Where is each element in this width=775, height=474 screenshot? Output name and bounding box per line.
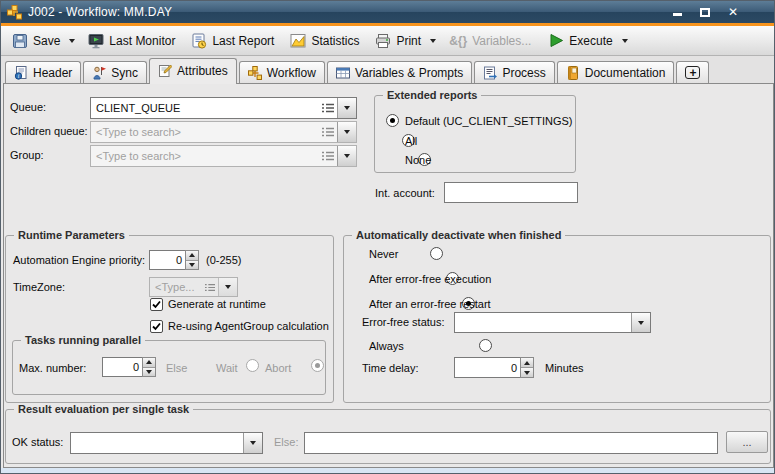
tab-workflow[interactable]: Workflow bbox=[239, 61, 325, 83]
error-free-status-dropdown-button[interactable] bbox=[631, 313, 650, 332]
timezone-dropdown-button[interactable] bbox=[218, 278, 237, 296]
tab-add[interactable]: + bbox=[676, 61, 709, 83]
minimize-icon bbox=[673, 13, 682, 16]
window-title: J002 - Workflow: MM.DAY bbox=[28, 5, 172, 19]
tab-attributes[interactable]: Attributes bbox=[149, 58, 237, 84]
max-number-value: 0 bbox=[102, 357, 142, 377]
tab-label: Sync bbox=[111, 66, 138, 80]
chevron-down-icon bbox=[430, 39, 436, 43]
extended-reports-none-label: None bbox=[405, 154, 431, 167]
check-icon bbox=[152, 322, 161, 331]
max-number-spinner[interactable]: 0 bbox=[102, 357, 156, 377]
tab-label: Header bbox=[33, 66, 72, 80]
int-account-label: Int. account: bbox=[375, 187, 435, 200]
generate-at-runtime-checkbox[interactable] bbox=[150, 298, 163, 311]
queue-dropdown-button[interactable] bbox=[337, 98, 356, 118]
execute-dropdown-button[interactable] bbox=[618, 36, 632, 46]
result-else-field[interactable] bbox=[304, 432, 718, 454]
execute-button[interactable]: Execute bbox=[544, 30, 617, 51]
ok-status-label: OK status: bbox=[12, 436, 63, 449]
check-icon bbox=[152, 300, 161, 309]
close-button[interactable]: ✕ bbox=[726, 6, 740, 18]
chevron-down-icon bbox=[344, 154, 350, 158]
attributes-tab-icon bbox=[158, 64, 172, 78]
workflow-tab-icon bbox=[248, 66, 262, 80]
minutes-label: Minutes bbox=[545, 362, 584, 375]
ok-status-dropdown[interactable] bbox=[70, 432, 263, 454]
ok-status-dropdown-button[interactable] bbox=[243, 433, 262, 453]
priority-spinner[interactable]: 0 bbox=[149, 250, 199, 270]
variables-label: Variables... bbox=[472, 34, 531, 48]
generate-at-runtime-label: Generate at runtime bbox=[168, 298, 266, 311]
print-button[interactable]: Print bbox=[370, 30, 426, 52]
time-delay-spin-up[interactable] bbox=[521, 358, 533, 368]
toolbar: Save Last Monitor Last Report bbox=[1, 26, 774, 56]
max-number-spin-up[interactable] bbox=[143, 358, 155, 368]
group-combo[interactable]: <Type to search> bbox=[90, 145, 357, 167]
priority-spin-up[interactable] bbox=[186, 251, 198, 261]
tab-header[interactable]: i Header bbox=[5, 61, 81, 83]
statistics-button[interactable]: Statistics bbox=[285, 30, 364, 52]
save-button[interactable]: Save bbox=[7, 30, 65, 52]
tab-label: Process bbox=[502, 66, 545, 80]
reusing-agentgroup-checkbox[interactable] bbox=[150, 320, 163, 333]
after-execution-label: After error-free execution bbox=[369, 273, 491, 286]
max-number-spin-down[interactable] bbox=[143, 368, 155, 377]
list-icon bbox=[319, 146, 337, 166]
maximize-icon bbox=[700, 8, 710, 17]
children-queue-dropdown-button[interactable] bbox=[337, 122, 356, 142]
save-dropdown-button[interactable] bbox=[65, 36, 79, 46]
minimize-button[interactable] bbox=[670, 6, 684, 18]
triangle-up-icon bbox=[189, 253, 195, 257]
error-free-status-dropdown[interactable] bbox=[454, 312, 651, 333]
timezone-placeholder: <Type... bbox=[150, 278, 202, 296]
always-radio[interactable] bbox=[479, 339, 492, 352]
documentation-tab-icon bbox=[566, 66, 580, 80]
result-else-label: Else: bbox=[274, 436, 298, 449]
save-label: Save bbox=[33, 34, 60, 48]
tab-label: Documentation bbox=[585, 66, 666, 80]
statistics-label: Statistics bbox=[311, 34, 359, 48]
last-monitor-label: Last Monitor bbox=[109, 34, 175, 48]
triangle-up-icon bbox=[524, 361, 530, 365]
report-icon bbox=[191, 33, 207, 49]
error-free-status-label: Error-free status: bbox=[362, 316, 445, 329]
save-icon bbox=[12, 33, 28, 49]
abort-label: Abort bbox=[265, 362, 291, 375]
priority-spin-down[interactable] bbox=[186, 261, 198, 270]
browse-button[interactable]: ... bbox=[726, 431, 768, 453]
else-label: Else bbox=[166, 362, 187, 375]
tab-label: Attributes bbox=[177, 64, 228, 78]
children-queue-combo[interactable]: <Type to search> bbox=[90, 121, 357, 143]
monitor-icon bbox=[88, 33, 104, 49]
attributes-panel: Queue: CLIENT_QUEUE Children queue: <Typ… bbox=[3, 83, 774, 468]
triangle-up-icon bbox=[146, 360, 152, 364]
chevron-down-icon bbox=[622, 39, 628, 43]
timezone-combo[interactable]: <Type... bbox=[149, 277, 238, 297]
children-queue-label: Children queue: bbox=[10, 125, 88, 138]
result-eval-title: Result evaluation per single task bbox=[14, 403, 193, 416]
tab-variables-prompts[interactable]: Variables & Prompts bbox=[327, 61, 473, 83]
group-dropdown-button[interactable] bbox=[337, 146, 356, 166]
last-monitor-button[interactable]: Last Monitor bbox=[83, 30, 180, 52]
tab-process[interactable]: Process bbox=[474, 61, 554, 83]
time-delay-spin-down[interactable] bbox=[521, 368, 533, 377]
never-label: Never bbox=[369, 248, 398, 261]
children-queue-placeholder: <Type to search> bbox=[91, 122, 319, 142]
group-label: Group: bbox=[10, 149, 44, 162]
wait-label: Wait bbox=[216, 362, 238, 375]
queue-combo[interactable]: CLIENT_QUEUE bbox=[90, 97, 357, 119]
int-account-field[interactable] bbox=[444, 182, 578, 203]
extended-reports-default-radio[interactable] bbox=[386, 114, 399, 127]
tab-documentation[interactable]: Documentation bbox=[557, 61, 675, 83]
add-tab-icon: + bbox=[685, 66, 700, 79]
max-number-label: Max. number: bbox=[19, 362, 86, 375]
last-report-label: Last Report bbox=[212, 34, 274, 48]
print-dropdown-button[interactable] bbox=[426, 36, 440, 46]
tab-sync[interactable]: Sync bbox=[83, 61, 147, 83]
time-delay-spinner[interactable]: 0 bbox=[454, 357, 534, 378]
maximize-button[interactable] bbox=[698, 6, 712, 18]
execute-label: Execute bbox=[569, 34, 612, 48]
last-report-button[interactable]: Last Report bbox=[186, 30, 279, 52]
print-label: Print bbox=[396, 34, 421, 48]
